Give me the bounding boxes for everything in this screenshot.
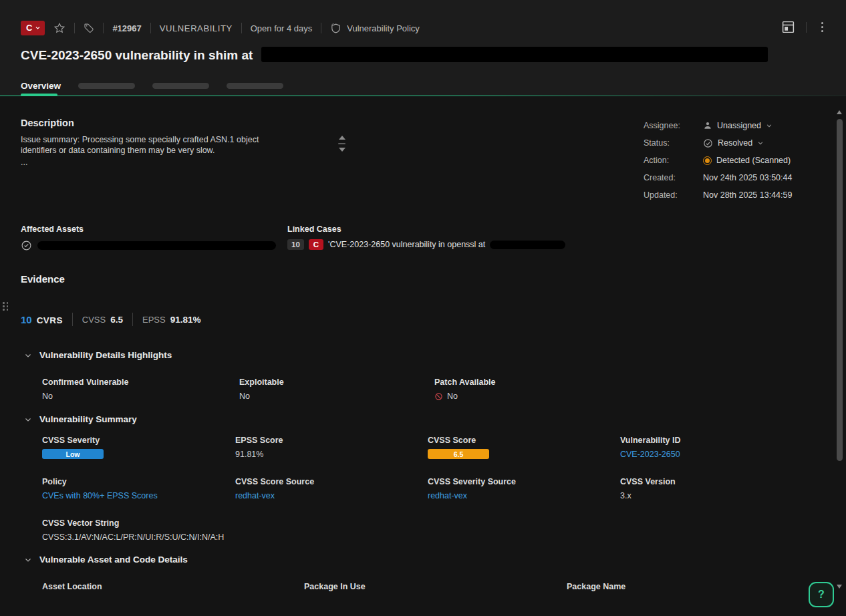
summary-field: CVSS Version 3.x xyxy=(620,477,681,500)
policy-link[interactable]: CVEs with 80%+ EPSS Scores xyxy=(42,491,158,500)
tag-icon[interactable] xyxy=(84,23,94,33)
vulnerability-id-link[interactable]: CVE-2023-2650 xyxy=(620,450,680,459)
assignee-dropdown[interactable]: Unassigned xyxy=(703,121,772,130)
epss-label: EPSS xyxy=(142,315,166,325)
cvss-stat[interactable]: CVSS 6.5 xyxy=(82,315,123,325)
toolbar-divider xyxy=(74,23,75,33)
case-id: #12967 xyxy=(112,23,141,33)
case-toolbar: C #12967 VULNERABILITY Open for 4 days V… xyxy=(21,20,420,36)
check-circle-icon xyxy=(703,138,713,148)
tab-overview[interactable]: Overview xyxy=(21,81,61,91)
case-meta-panel: Assignee: Unassigned Status: Resolved xyxy=(644,120,824,206)
field-label: Exploitable xyxy=(239,377,434,387)
vulnerability-policy[interactable]: Vulnerability Policy xyxy=(330,23,420,34)
field-label: Vulnerability ID xyxy=(620,436,681,445)
field-label: Patch Available xyxy=(434,377,495,387)
cvss-score-source-link[interactable]: redhat-vex xyxy=(235,491,275,500)
updated-row: Updated: Nov 28th 2025 13:44:59 xyxy=(644,189,824,201)
field-label: CVSS Score Source xyxy=(235,477,428,486)
chevron-down-icon xyxy=(24,351,32,359)
field-value: No xyxy=(42,392,239,401)
case-severity-label: C xyxy=(26,23,32,33)
asset-details-section-header[interactable]: Vulnerable Asset and Code Details xyxy=(24,555,188,565)
highlight-field: Exploitable No xyxy=(239,377,434,401)
highlights-grid: Confirmed Vulnerable No Exploitable No P… xyxy=(42,377,495,401)
help-button[interactable]: ? xyxy=(809,582,834,607)
case-severity-dropdown[interactable]: C xyxy=(21,21,45,35)
page-title-text: CVE-2023-2650 vulnerability in shim at xyxy=(21,48,253,62)
summary-field: CVSS Score Source redhat-vex xyxy=(235,477,428,500)
field-value: 3.x xyxy=(620,491,681,500)
detected-radio-icon xyxy=(703,156,712,165)
collapse-up-icon[interactable] xyxy=(339,136,345,140)
drag-handle[interactable] xyxy=(3,302,9,311)
cvss-vector-string: CVSS:3.1/AV:N/AC:L/PR:N/UI:R/S:U/C:N/I:N… xyxy=(42,532,681,542)
case-detail-page: C #12967 VULNERABILITY Open for 4 days V… xyxy=(0,0,846,616)
description-ellipsis[interactable]: ... xyxy=(21,157,296,168)
affected-assets-section: Affected Assets xyxy=(21,224,276,251)
summary-field: CVSS Severity Low xyxy=(42,436,235,459)
vulnerability-policy-label: Vulnerability Policy xyxy=(347,23,420,33)
action-label: Action: xyxy=(644,156,703,165)
asset-icon xyxy=(21,240,32,251)
field-label: Policy xyxy=(42,477,235,486)
linked-cases-heading: Linked Cases xyxy=(287,224,565,234)
summary-section-header[interactable]: Vulnerability Summary xyxy=(24,414,137,424)
linked-case-title: 'CVE-2023-2650 vulnerability in openssl … xyxy=(328,240,485,249)
toolbar-divider xyxy=(806,22,807,33)
expand-down-icon[interactable] xyxy=(339,148,345,152)
cvss-severity-source-link[interactable]: redhat-vex xyxy=(428,491,467,500)
updated-label: Updated: xyxy=(644,190,703,200)
severity-low-badge: Low xyxy=(42,449,104,459)
affected-asset-item[interactable] xyxy=(21,240,276,251)
summary-field: CVSS Vector String CVSS:3.1/AV:N/AC:L/PR… xyxy=(42,518,681,542)
active-tab-indicator xyxy=(21,94,57,96)
epss-stat[interactable]: EPSS 91.81% xyxy=(142,315,200,325)
tab-loading-skeleton xyxy=(78,83,135,89)
scrollbar-thumb[interactable] xyxy=(837,119,843,461)
description-resize-control[interactable] xyxy=(338,136,345,152)
linked-case-item[interactable]: 10 C 'CVE-2023-2650 vulnerability in ope… xyxy=(287,239,565,250)
cvrs-stat[interactable]: 10 CVRS xyxy=(21,314,63,325)
window-actions xyxy=(781,20,827,34)
description-heading: Description xyxy=(21,118,296,128)
chevron-down-icon xyxy=(766,122,772,129)
field-value-wrap: No xyxy=(434,392,495,401)
toolbar-divider xyxy=(103,23,104,33)
tab-loading-skeleton xyxy=(152,83,209,89)
layout-panel-icon[interactable] xyxy=(781,20,795,34)
highlights-section-header[interactable]: Vulnerability Details Highlights xyxy=(24,350,172,360)
chevron-down-icon xyxy=(24,556,32,564)
more-options-menu[interactable] xyxy=(817,21,827,33)
star-icon[interactable] xyxy=(53,22,65,34)
scroll-up-arrow[interactable] xyxy=(837,110,842,114)
asset-details-grid: Asset Location Package In Use Package Na… xyxy=(42,582,625,591)
redacted-case-text xyxy=(490,241,565,249)
vertical-scrollbar[interactable] xyxy=(835,107,844,616)
affected-assets-heading: Affected Assets xyxy=(21,224,276,234)
field-label: Confirmed Vulnerable xyxy=(42,377,239,387)
assignee-value: Unassigned xyxy=(717,121,761,130)
package-name-column: Package Name xyxy=(567,582,625,591)
tab-underline xyxy=(0,96,846,96)
created-value: Nov 24th 2025 03:50:44 xyxy=(703,173,792,182)
open-duration: Open for 4 days xyxy=(251,23,313,33)
highlight-field: Confirmed Vulnerable No xyxy=(42,377,239,401)
score-stats-row: 10 CVRS CVSS 6.5 EPSS 91.81% xyxy=(21,313,200,326)
description-section: Description Issue summary: Processing so… xyxy=(21,118,296,168)
cvrs-label: CVRS xyxy=(37,315,63,325)
field-value: No xyxy=(239,392,434,401)
chevron-down-icon xyxy=(24,416,32,424)
summary-grid: CVSS Severity Low EPSS Score 91.81% CVSS… xyxy=(42,436,681,542)
cvss-label: CVSS xyxy=(82,315,106,325)
action-value-wrap: Detected (Scanned) xyxy=(703,156,791,165)
resize-handle-icon[interactable] xyxy=(338,143,345,144)
chevron-down-icon xyxy=(35,25,41,31)
status-dropdown[interactable]: Resolved xyxy=(703,138,764,148)
scroll-down-arrow[interactable] xyxy=(837,585,842,589)
assignee-label: Assignee: xyxy=(644,121,703,130)
highlights-heading: Vulnerability Details Highlights xyxy=(39,350,172,360)
stat-divider xyxy=(72,313,73,326)
field-label: EPSS Score xyxy=(235,436,428,445)
summary-heading: Vulnerability Summary xyxy=(39,414,137,424)
